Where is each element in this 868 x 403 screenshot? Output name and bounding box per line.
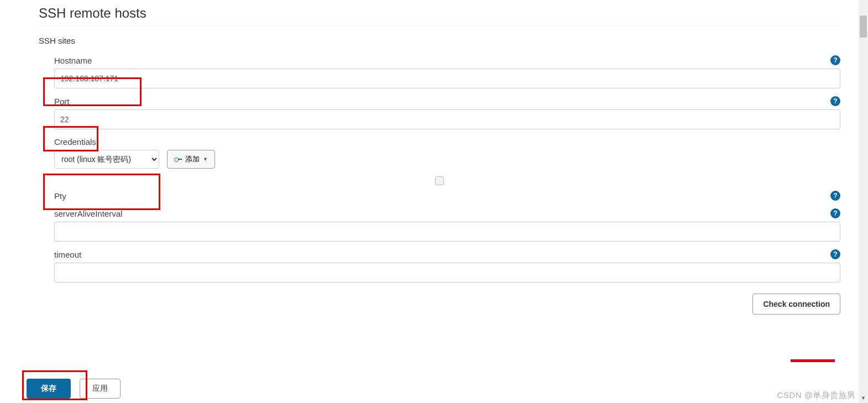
divider [39, 25, 840, 26]
credentials-label: Credentials [54, 137, 96, 146]
help-icon[interactable]: ? [830, 96, 840, 106]
timeout-input[interactable] [54, 263, 840, 282]
vertical-scrollbar[interactable]: ▼ [859, 0, 868, 403]
credentials-select[interactable]: root (linux 账号密码) [54, 150, 159, 169]
save-button[interactable]: 保存 [27, 379, 71, 399]
field-serveraliveinterval: serverAliveInterval ? [54, 208, 840, 242]
timeout-label: timeout [54, 250, 81, 259]
drag-handle[interactable] [435, 176, 444, 185]
footer-bar: 保存 应用 [22, 374, 125, 403]
apply-button[interactable]: 应用 [80, 379, 121, 399]
hostname-input[interactable] [54, 69, 840, 88]
serveraliveinterval-label: serverAliveInterval [54, 209, 122, 218]
field-hostname: Hostname ? [54, 55, 840, 88]
add-credential-button[interactable]: 添加 ▼ [167, 150, 215, 169]
chevron-down-icon: ▼ [203, 156, 208, 162]
help-icon[interactable]: ? [830, 208, 840, 218]
section-subtitle: SSH sites [39, 36, 840, 45]
serveraliveinterval-input[interactable] [54, 222, 840, 242]
help-icon[interactable]: ? [830, 249, 840, 259]
add-credential-label: 添加 [185, 154, 200, 164]
section-title: SSH remote hosts [39, 6, 840, 21]
pty-label: Pty [54, 191, 66, 201]
check-connection-button[interactable]: Check connection [752, 294, 840, 315]
field-timeout: timeout ? [54, 249, 840, 282]
field-pty: Pty ? [54, 191, 840, 201]
key-icon [174, 157, 182, 161]
hostname-label: Hostname [54, 56, 92, 65]
field-port: Port ? [54, 96, 840, 129]
help-icon[interactable]: ? [830, 191, 840, 201]
port-label: Port [54, 97, 70, 106]
watermark: CSDN @单身贵族男 [777, 390, 856, 401]
scrollbar-thumb[interactable] [860, 15, 867, 38]
scroll-down-icon[interactable]: ▼ [860, 395, 867, 403]
help-icon[interactable]: ? [830, 55, 840, 65]
annotation-underline [791, 359, 835, 362]
field-credentials: Credentials root (linux 账号密码) 添加 ▼ [54, 137, 840, 169]
port-input[interactable] [54, 109, 840, 129]
